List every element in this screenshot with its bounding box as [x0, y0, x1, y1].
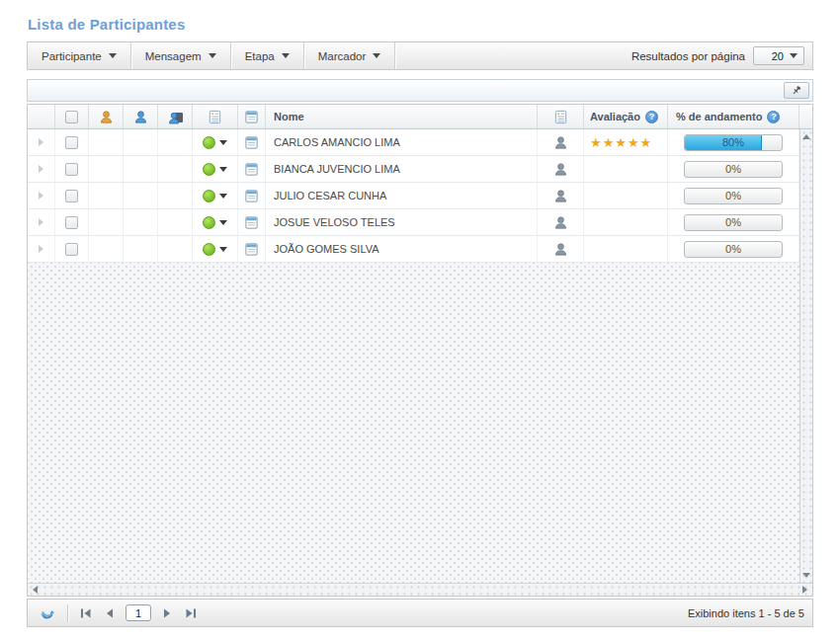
row-checkbox[interactable] [65, 243, 78, 256]
column-header-nome[interactable]: Nome [266, 105, 538, 128]
first-page-button[interactable] [74, 600, 98, 626]
status-dropdown[interactable] [203, 243, 227, 256]
progress-label: 0% [685, 215, 782, 230]
user-report-icon[interactable] [553, 215, 568, 230]
select-all-checkbox[interactable] [65, 111, 78, 123]
participants-grid: Nome Avaliação ? % de andamento ? [27, 104, 813, 597]
horizontal-scrollbar[interactable] [28, 583, 812, 596]
chevron-down-icon [373, 53, 380, 58]
etapa-menu-label: Etapa [245, 50, 275, 62]
last-page-icon [185, 608, 197, 618]
task-list-icon [208, 110, 222, 124]
row-expander-icon[interactable] [39, 192, 43, 200]
row-checkbox[interactable] [65, 216, 78, 229]
help-icon[interactable]: ? [645, 111, 658, 123]
progress-bar: 0% [684, 241, 783, 258]
vertical-scrollbar[interactable] [799, 129, 812, 583]
profile-window-icon[interactable] [244, 215, 259, 230]
column-header-tutor[interactable] [89, 105, 124, 128]
report-list-icon [553, 110, 568, 124]
participant-name: CARLOS AMANCIO LIMA [274, 136, 400, 148]
prev-page-icon [104, 608, 116, 618]
green-status-icon [203, 216, 215, 229]
status-dropdown[interactable] [203, 136, 227, 149]
nome-header-label: Nome [274, 111, 304, 122]
scroll-left-icon[interactable] [33, 586, 38, 594]
orange-user-icon [99, 110, 114, 124]
participant-row[interactable]: JULIO CESAR CUNHA 0% [28, 183, 799, 209]
refresh-icon [40, 605, 55, 621]
scroll-right-icon[interactable] [802, 586, 807, 594]
refresh-button[interactable] [34, 600, 61, 626]
column-header-report[interactable] [538, 105, 584, 128]
rows-area: CARLOS AMANCIO LIMA ★★★★★ 80% BIANCA JUV… [28, 129, 799, 583]
progress-bar: 80% [684, 134, 783, 151]
participant-row[interactable]: BIANCA JUVENCIO LIMA 0% [28, 156, 799, 183]
column-header-user-monitor[interactable] [158, 105, 193, 128]
progress-label: 0% [685, 189, 782, 203]
page-size-label: Resultados por página [631, 50, 745, 62]
profile-window-icon[interactable] [244, 242, 259, 257]
column-header-student[interactable] [124, 105, 158, 128]
pin-button[interactable] [784, 82, 809, 99]
page-size-select[interactable]: 20 [753, 46, 804, 65]
participant-name: JOSUE VELOSO TELES [274, 216, 395, 228]
progress-label: 80% [685, 135, 782, 150]
user-report-icon[interactable] [553, 189, 568, 203]
profile-window-icon[interactable] [244, 135, 259, 150]
user-monitor-icon [168, 110, 183, 124]
last-page-button[interactable] [179, 600, 203, 626]
scroll-down-icon[interactable] [802, 573, 810, 578]
toolbar-menus: Participante Mensagem Etapa Marcador [28, 42, 395, 69]
green-status-icon [203, 190, 215, 202]
next-page-icon [161, 608, 173, 618]
participant-row[interactable]: JOÃO GOMES SILVA 0% [28, 236, 799, 263]
row-expander-icon[interactable] [39, 218, 43, 226]
help-icon[interactable]: ? [767, 111, 780, 123]
rating-stars: ★★★★★ [590, 136, 652, 149]
row-checkbox[interactable] [65, 136, 78, 149]
page: Lista de Participantes Participante Mens… [0, 0, 840, 627]
page-size-group: Resultados por página 20 [631, 42, 812, 69]
column-header-status[interactable] [193, 105, 238, 128]
status-dropdown[interactable] [203, 190, 227, 202]
status-dropdown[interactable] [203, 163, 227, 176]
column-header-avaliacao[interactable]: Avaliação ? [584, 105, 668, 128]
form-window-icon [244, 110, 259, 124]
row-checkbox[interactable] [65, 190, 78, 202]
next-page-button[interactable] [155, 600, 179, 626]
chevron-down-icon [790, 53, 798, 58]
first-page-icon [80, 608, 92, 618]
row-expander-icon[interactable] [39, 165, 43, 173]
user-report-icon[interactable] [553, 242, 568, 257]
participant-row[interactable]: JOSUE VELOSO TELES 0% [28, 209, 799, 236]
row-expander-icon[interactable] [39, 138, 43, 146]
progress-bar: 0% [684, 188, 783, 204]
page-number-input[interactable]: 1 [126, 604, 151, 621]
scroll-up-icon[interactable] [802, 134, 810, 139]
chevron-down-icon [219, 194, 227, 199]
separator [67, 604, 68, 622]
mensagem-menu-button[interactable]: Mensagem [131, 42, 231, 69]
chevron-down-icon [282, 53, 290, 58]
row-checkbox[interactable] [65, 163, 78, 176]
marcador-menu-button[interactable]: Marcador [304, 42, 396, 69]
user-report-icon[interactable] [553, 162, 568, 177]
column-header-form[interactable] [238, 105, 266, 128]
etapa-menu-button[interactable]: Etapa [231, 42, 304, 69]
row-expander-icon[interactable] [39, 245, 43, 253]
status-dropdown[interactable] [203, 216, 227, 229]
prev-page-button[interactable] [98, 600, 122, 626]
profile-window-icon[interactable] [244, 189, 259, 203]
chevron-down-icon [209, 53, 216, 58]
participante-menu-button[interactable]: Participante [28, 42, 131, 69]
mensagem-menu-label: Mensagem [145, 50, 202, 62]
column-header-andamento[interactable]: % de andamento ? [668, 105, 799, 128]
progress-bar: 0% [684, 214, 783, 231]
profile-window-icon[interactable] [244, 162, 259, 177]
pagination: 1 [34, 600, 203, 626]
progress-label: 0% [685, 162, 782, 177]
participant-row[interactable]: CARLOS AMANCIO LIMA ★★★★★ 80% [28, 129, 799, 156]
user-report-icon[interactable] [553, 135, 568, 150]
participant-name: BIANCA JUVENCIO LIMA [274, 163, 400, 175]
